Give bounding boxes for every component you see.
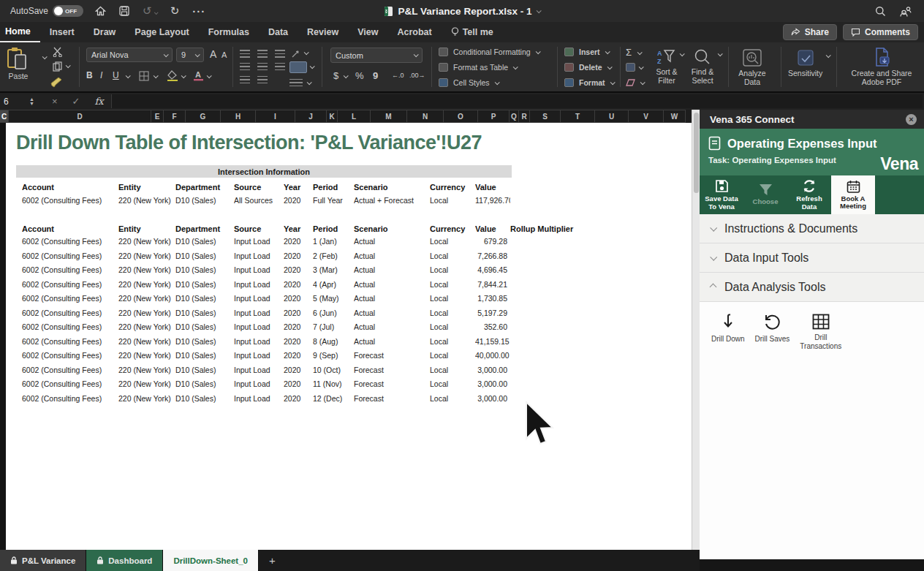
table-cell[interactable]: Input Load <box>234 322 284 331</box>
copy-icon[interactable] <box>53 61 63 72</box>
table-cell[interactable]: D10 (Sales) <box>175 196 234 205</box>
table-cell[interactable]: 6002 (Consulting Fees) <box>22 351 118 360</box>
column-header-F[interactable]: F <box>164 110 186 123</box>
table-cell[interactable]: D10 (Sales) <box>175 394 234 403</box>
column-header-M[interactable]: M <box>371 110 407 123</box>
table-cell[interactable]: Input Load <box>234 237 284 246</box>
table-cell[interactable] <box>510 237 591 246</box>
table-cell[interactable]: Input Load <box>234 294 284 303</box>
table-cell[interactable]: Actual <box>354 252 430 260</box>
table-cell[interactable]: Actual <box>354 309 430 317</box>
table-cell[interactable]: 6002 (Consulting Fees) <box>22 265 118 274</box>
table-cell[interactable]: Forecast <box>354 351 430 360</box>
column-header-V[interactable]: V <box>629 110 664 123</box>
table-cell[interactable]: Input Load <box>234 337 284 346</box>
table-cell[interactable]: D10 (Sales) <box>175 280 234 289</box>
paste-caret-icon[interactable] <box>42 54 48 59</box>
table-cell[interactable]: 6002 (Consulting Fees) <box>22 337 118 346</box>
table-cell[interactable] <box>510 280 591 289</box>
column-header-R[interactable]: R <box>519 110 530 123</box>
section-data-input-tools[interactable]: Data Input Tools <box>700 243 924 273</box>
table-cell[interactable]: 3,000.00 <box>475 379 510 388</box>
name-box-spinner[interactable]: ▲▼ <box>29 97 34 106</box>
table-cell[interactable]: 8 (Aug) <box>313 337 354 346</box>
table-cell[interactable]: Input Load <box>234 366 284 374</box>
ribbon-tab-view[interactable]: View <box>348 22 387 42</box>
table-cell[interactable]: Local <box>430 309 475 317</box>
align-center-icon[interactable] <box>257 63 268 71</box>
table-cell[interactable]: Input Load <box>234 394 284 403</box>
sheet-tab-dashboard[interactable]: Dashboard <box>86 550 163 571</box>
table-cell[interactable]: 352.60 <box>475 322 510 331</box>
column-header-N[interactable]: N <box>407 110 444 123</box>
fill-caret-icon[interactable] <box>639 64 644 69</box>
sheet-tab-drilldown-sheet-0[interactable]: DrillDown-Sheet_0 <box>163 550 259 571</box>
orientation-icon[interactable] <box>291 48 301 58</box>
table-cell[interactable] <box>510 322 591 331</box>
fill-color-icon[interactable] <box>167 70 178 81</box>
ribbon-tab-tell-me[interactable]: Tell me <box>442 22 503 42</box>
table-cell[interactable]: D10 (Sales) <box>175 294 234 303</box>
book-a-meeting-button[interactable]: Book AMeeting <box>831 175 875 214</box>
section-data-analysis-tools[interactable]: Data Analysis Tools <box>700 273 924 302</box>
shrink-font-icon[interactable]: A <box>221 50 227 59</box>
conditional-formatting-button[interactable]: Conditional Formatting <box>439 48 539 56</box>
table-header-cell[interactable]: Entity <box>118 224 175 233</box>
table-cell[interactable]: Input Load <box>234 280 284 289</box>
comma-style-icon[interactable]: 9 <box>373 70 378 81</box>
table-header-cell[interactable]: Currency <box>430 183 475 192</box>
ribbon-tab-acrobat[interactable]: Acrobat <box>387 22 441 42</box>
table-cell[interactable]: 4 (Apr) <box>313 280 354 289</box>
table-cell[interactable]: 2020 <box>284 366 313 374</box>
table-cell[interactable]: 220 (New York) <box>118 237 175 246</box>
copy-caret-icon[interactable] <box>66 63 71 68</box>
table-cell[interactable]: Local <box>430 366 475 374</box>
autosave-toggle[interactable]: OFF <box>53 5 83 17</box>
merge-options-icon[interactable] <box>289 79 303 87</box>
align-middle-icon[interactable] <box>240 63 250 71</box>
sensitivity-caret-icon[interactable] <box>826 53 831 58</box>
table-cell[interactable]: 2020 <box>284 294 313 303</box>
orientation-caret-icon[interactable] <box>304 50 309 55</box>
table-cell[interactable]: 220 (New York) <box>118 280 175 289</box>
table-cell[interactable] <box>510 366 591 374</box>
table-cell[interactable] <box>510 309 591 317</box>
insert-function-icon[interactable]: fx <box>94 96 103 107</box>
table-cell[interactable]: 220 (New York) <box>118 337 175 346</box>
save-data-to-vena-button[interactable]: Save DataTo Vena <box>700 175 743 214</box>
table-cell[interactable]: 2020 <box>284 237 313 246</box>
table-cell[interactable]: Local <box>430 280 475 289</box>
table-cell[interactable]: 7,844.21 <box>475 280 510 289</box>
table-cell[interactable]: 6002 (Consulting Fees) <box>22 309 118 317</box>
column-header-J[interactable]: J <box>295 110 327 123</box>
column-header-H[interactable]: H <box>221 110 256 123</box>
table-cell[interactable] <box>510 294 591 303</box>
comments-button[interactable]: Comments <box>843 24 918 40</box>
borders-caret-icon[interactable] <box>154 73 159 78</box>
table-cell[interactable]: D10 (Sales) <box>175 309 234 317</box>
table-cell[interactable]: 6002 (Consulting Fees) <box>22 252 118 260</box>
column-header-K[interactable]: K <box>327 110 338 123</box>
table-header-cell[interactable]: Account <box>22 224 118 233</box>
table-header-cell[interactable]: Account <box>22 183 118 192</box>
fill-color-caret-icon[interactable] <box>181 73 186 78</box>
column-header-G[interactable]: G <box>186 110 221 123</box>
merge-caret-icon[interactable] <box>310 64 315 69</box>
table-cell[interactable]: 2020 <box>284 265 313 274</box>
table-header-cell[interactable]: Source <box>234 183 284 192</box>
table-cell[interactable]: 1,730.85 <box>475 294 510 303</box>
indent-icon[interactable] <box>275 63 285 71</box>
table-cell[interactable]: 2020 <box>284 309 313 317</box>
confirm-entry-icon[interactable]: ✓ <box>72 96 80 107</box>
ribbon-tab-page-layout[interactable]: Page Layout <box>125 22 198 42</box>
formula-input[interactable] <box>111 94 923 108</box>
table-cell[interactable]: 220 (New York) <box>118 196 175 205</box>
table-cell[interactable]: Forecast <box>354 379 430 388</box>
table-cell[interactable]: 12 (Dec) <box>313 394 354 403</box>
merge-options-caret-icon[interactable] <box>307 80 312 85</box>
ribbon-tab-formulas[interactable]: Formulas <box>199 22 259 42</box>
table-cell[interactable]: Actual <box>354 280 430 289</box>
table-cell[interactable]: Local <box>430 351 475 360</box>
drill-down-button[interactable]: Drill Down <box>711 314 745 350</box>
share-button[interactable]: Share <box>783 24 837 40</box>
